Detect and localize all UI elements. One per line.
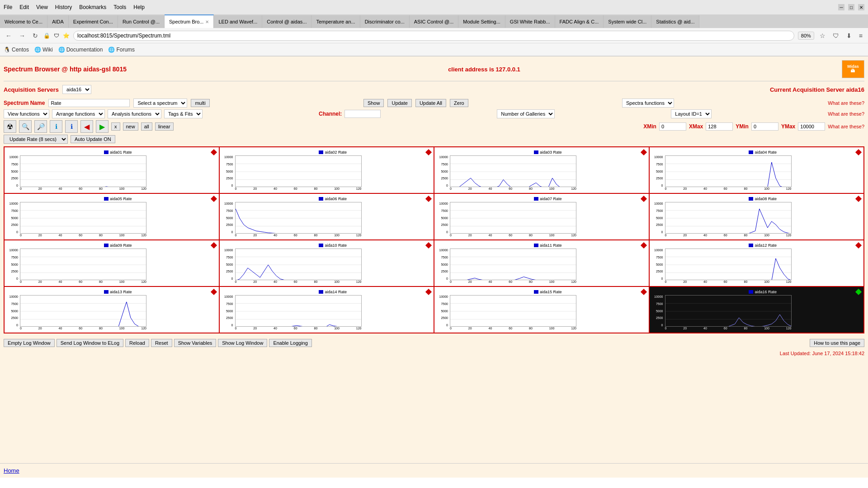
tab-spectrum[interactable]: Spectrum Bro...✕: [165, 14, 214, 28]
gallery-cell-aida01[interactable]: aida01 Rate 100007500500025000 020406080…: [4, 147, 219, 193]
zero-button[interactable]: Zero: [450, 99, 468, 107]
tab-welcome[interactable]: Welcome to Ce...: [0, 15, 47, 28]
menu-tools[interactable]: Tools: [113, 4, 126, 10]
radiation-icon-button[interactable]: ☢: [4, 120, 16, 133]
gallery-cell-aida08[interactable]: aida08 Rate 100007500500025000 020406080…: [649, 193, 864, 240]
menu-bookmarks[interactable]: Bookmarks: [79, 4, 106, 10]
menu-help[interactable]: Help: [133, 4, 145, 10]
reset-button[interactable]: Reset: [151, 339, 172, 347]
linear-button[interactable]: linear: [155, 122, 174, 131]
select-spectrum-dropdown[interactable]: Select a spectrum: [133, 99, 187, 108]
info-icon-button[interactable]: ℹ: [50, 120, 62, 133]
ymax-input[interactable]: [798, 122, 825, 131]
maximize-button[interactable]: □: [848, 4, 854, 10]
arrange-functions-dropdown[interactable]: Arrange functions: [52, 109, 105, 118]
spectra-functions-dropdown[interactable]: Spectra functions: [622, 99, 674, 108]
tags-fits-dropdown[interactable]: Tags & Fits: [164, 109, 203, 118]
menu-edit[interactable]: Edit: [19, 4, 29, 10]
how-to-use-button[interactable]: How to use this page: [810, 339, 864, 347]
minimize-button[interactable]: ─: [838, 4, 844, 10]
close-button[interactable]: ✕: [858, 4, 864, 10]
tab-control[interactable]: Control @ aidas...: [262, 15, 311, 28]
show-variables-button[interactable]: Show Variables: [174, 339, 217, 347]
what-these-2[interactable]: What are these?: [828, 111, 864, 117]
bookmark-documentation[interactable]: 🌐 Documentation: [58, 47, 103, 53]
zoom-out-icon-button[interactable]: 🔎: [34, 120, 47, 133]
tab-fadc[interactable]: FADC Align & C...: [555, 15, 604, 28]
tab-system[interactable]: System wide Cl...: [604, 15, 651, 28]
menu-button[interactable]: ≡: [857, 31, 864, 40]
gallery-cell-aida07[interactable]: aida07 Rate 100007500500025000 020406080…: [434, 193, 649, 240]
xmax-input[interactable]: [706, 122, 733, 131]
show-log-window-button[interactable]: Show Log Window: [218, 339, 267, 347]
gallery-cell-aida04[interactable]: aida04 Rate 100007500500025000 020406080…: [649, 147, 864, 193]
xmin-input[interactable]: [659, 122, 686, 131]
analysis-functions-dropdown[interactable]: Analysis functions: [108, 109, 161, 118]
shield-button[interactable]: 🛡: [831, 31, 841, 40]
reload-button[interactable]: ↻: [31, 31, 40, 40]
back-button[interactable]: ←: [4, 31, 14, 40]
menu-view[interactable]: View: [36, 4, 48, 10]
update-button[interactable]: Update: [387, 99, 411, 107]
forward-button[interactable]: →: [17, 31, 27, 40]
info2-icon-button[interactable]: ℹ: [65, 120, 78, 133]
empty-log-button[interactable]: Empty Log Window: [4, 339, 55, 347]
new-button[interactable]: new: [123, 122, 138, 131]
enable-logging-button[interactable]: Enable Logging: [269, 339, 311, 347]
menu-history[interactable]: History: [55, 4, 72, 10]
acquisition-server-dropdown[interactable]: aida16: [62, 85, 91, 94]
tab-temperature[interactable]: Temperature an...: [311, 15, 360, 28]
what-these-3[interactable]: What are these?: [828, 124, 864, 129]
chart-svg-aida09: [20, 249, 146, 280]
multi-button[interactable]: multi: [191, 99, 209, 107]
gallery-cell-aida14[interactable]: aida14 Rate 100007500500025000 020406080…: [219, 286, 434, 333]
next-arrow-button[interactable]: ▶: [96, 120, 108, 133]
star-button[interactable]: ☆: [818, 31, 827, 40]
gallery-cell-aida02[interactable]: aida02 Rate 100007500500025000 020406080…: [219, 147, 434, 193]
gallery-cell-aida12[interactable]: aida12 Rate 100007500500025000 020406080…: [649, 240, 864, 286]
tab-experiment[interactable]: Experiment Con...: [69, 15, 118, 28]
tab-aida[interactable]: AIDA: [47, 15, 69, 28]
tab-statistics[interactable]: Statistics @ aid...: [651, 15, 699, 28]
tab-runcontrol[interactable]: Run Control @...: [118, 15, 165, 28]
view-functions-dropdown[interactable]: View functions: [4, 109, 49, 118]
download-button[interactable]: ⬇: [844, 31, 854, 40]
number-galleries-dropdown[interactable]: Number of Galleries: [497, 109, 555, 118]
gallery-cell-aida16[interactable]: aida16 Rate 100007500500025000 020406080…: [649, 286, 864, 333]
reload-page-button[interactable]: Reload: [125, 339, 149, 347]
gallery-cell-aida15[interactable]: aida15 Rate 100007500500025000 020406080…: [434, 286, 649, 333]
tab-discriminator[interactable]: Discriminator co...: [360, 15, 410, 28]
gallery-cell-aida13[interactable]: aida13 Rate 100007500500025000 020406080…: [4, 286, 219, 333]
gallery-cell-aida10[interactable]: aida10 Rate 100007500500025000 020406080…: [219, 240, 434, 286]
gallery-cell-aida06[interactable]: aida06 Rate 100007500500025000 020406080…: [219, 193, 434, 240]
x-button[interactable]: x: [111, 122, 120, 131]
ymin-input[interactable]: [751, 122, 778, 131]
gallery-cell-aida05[interactable]: aida05 Rate 100007500500025000 020406080…: [4, 193, 219, 240]
tab-gsi[interactable]: GSI White Rabb...: [505, 15, 555, 28]
channel-input[interactable]: [344, 110, 381, 118]
home-link[interactable]: Home: [4, 467, 19, 474]
tab-led[interactable]: LED and Wavef...: [214, 15, 262, 28]
layout-id-dropdown[interactable]: Layout ID=1: [671, 109, 712, 118]
spectrum-name-input[interactable]: [48, 99, 130, 107]
menu-file[interactable]: File: [4, 4, 12, 10]
update-all-button[interactable]: Update All: [415, 99, 446, 107]
all-button[interactable]: all: [141, 122, 152, 131]
gallery-cell-aida03[interactable]: aida03 Rate 100007500500025000 020406080…: [434, 147, 649, 193]
tab-module[interactable]: Module Setting...: [458, 15, 505, 28]
send-log-button[interactable]: Send Log Window to ELog: [57, 339, 123, 347]
zoom-in-icon-button[interactable]: 🔍: [19, 120, 32, 133]
what-these-1[interactable]: What are these?: [828, 100, 864, 106]
bookmark-forums[interactable]: 🌐 Forums: [108, 47, 135, 53]
update-rate-dropdown[interactable]: Update Rate (8 secs): [4, 135, 68, 144]
show-button[interactable]: Show: [363, 99, 384, 107]
prev-arrow-button[interactable]: ◀: [80, 120, 93, 133]
auto-update-button[interactable]: Auto Update ON: [71, 135, 115, 143]
tab-asic[interactable]: ASIC Control @...: [410, 15, 459, 28]
gallery-cell-aida11[interactable]: aida11 Rate 100007500500025000 020406080…: [434, 240, 649, 286]
bookmark-wiki[interactable]: 🌐 Wiki: [34, 47, 53, 53]
bookmark-centos[interactable]: 🐧 Centos: [4, 47, 29, 53]
url-bar[interactable]: [73, 31, 794, 41]
gallery-cell-aida09[interactable]: aida09 Rate 100007500500025000 020406080…: [4, 240, 219, 286]
tab-close-icon[interactable]: ✕: [205, 19, 209, 24]
